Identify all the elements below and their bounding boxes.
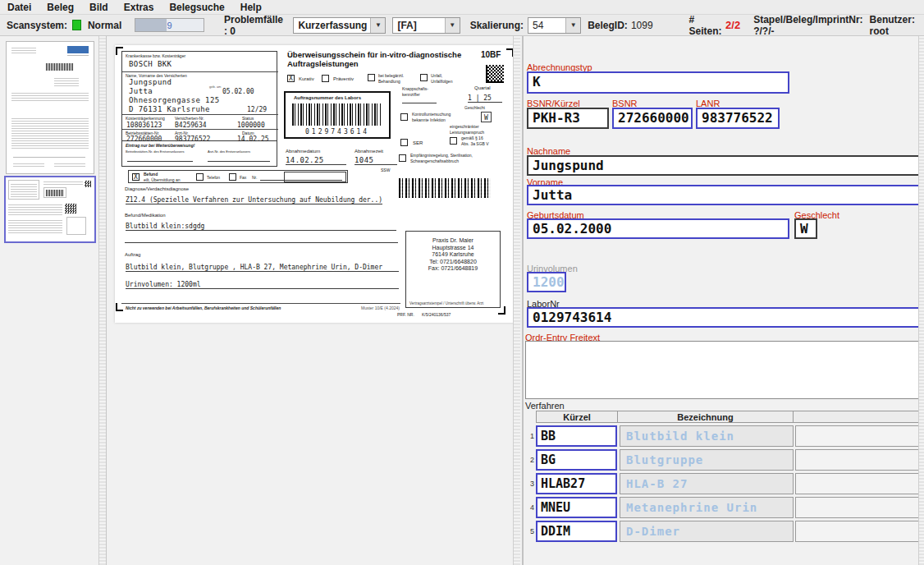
kasse-label: Krankenkasse bzw. Kostenträger [126,53,185,58]
panel-scrollbar[interactable] [918,36,924,565]
kontrolle-label-2: bekannte Infektion [412,117,446,122]
abnahmedatum-value: 14.02.25 [286,156,346,165]
empfaengnis-label-2: Schwangerschaftsabbruch [410,158,459,163]
versicherten-label: Versicherten-Nr. [175,116,204,121]
page-thumbnail-2-selected[interactable] [4,176,96,243]
kurativ-label: Kurativ [299,76,314,81]
kuerzel-cell[interactable]: BB [536,425,617,447]
checkbox-praeventiv [322,75,329,82]
extra-cell [795,473,918,494]
scan-progress-value: 9 [135,19,204,31]
menu-belegsuche[interactable]: Belegsuche [169,2,224,13]
thumbnail-text-block [8,204,62,215]
kasse-value: BOSCH BKK [129,60,172,68]
thumbnail-paragraph [11,93,89,101]
header-extra [794,411,918,422]
menu-bild[interactable]: Bild [89,2,108,13]
befund-medikation-label: Befund/Medikation [125,213,166,218]
status-label: Status [242,116,254,121]
praeventiv-label: Präventiv [333,76,354,81]
befund-label: Befund [144,172,158,177]
bezeichnung-cell: Blutgruppe [620,449,794,471]
quartal-value: 1 | 25 [468,94,502,103]
labornr-input[interactable]: 0129743614 [527,307,918,328]
patient-box: Krankenkasse bzw. Kostenträger BOSCH BKK… [121,51,277,141]
vorname-input[interactable]: Jutta [527,185,918,205]
bezeichnung-cell: Metanephrine Urin [620,497,794,518]
form-type-dropdown-button[interactable]: ▼ [445,18,460,33]
eingeschraenkt-label-2: Leistungsanspruch [450,130,484,135]
row-number: 2 [525,449,536,471]
kostentraeger-value: 108036123 [126,122,162,129]
bsnr-input[interactable]: 272660000 [612,108,693,129]
scaling-select[interactable]: 54 ▼ [528,17,581,34]
kuerzel-cell[interactable]: BG [536,449,617,471]
unfall-label-1: Unfall, [431,73,442,78]
checkbox-kurativ: X [287,75,295,82]
row-number: 1 [525,425,536,447]
thumbnail-panel [0,36,107,565]
capture-mode-dropdown-button[interactable]: ▼ [370,18,385,33]
fax-label: Fax [240,175,246,180]
menu-beleg[interactable]: Beleg [47,2,74,13]
capture-mode-select[interactable]: Kurzerfassung ▼ [293,17,386,34]
dropdown-arrow-icon: ▼ [375,21,382,29]
page-thumbnail-1[interactable] [6,41,94,174]
telefon-label: Telefon [207,175,220,180]
divider [122,114,278,115]
kuerzel-cell[interactable]: HLAB27 [536,473,617,494]
stamp-text: Praxis Dr. Maier Hauptstrasse 14 76149 K… [406,237,500,273]
diagnose-label: Diagnose/Verdachtsdiagnose [125,186,189,191]
ort-value: D 76131 Karlsruhe [129,105,210,113]
thumbnail-scrollbar[interactable] [98,36,106,565]
gemaess-label-1: gemäß § 16 [461,136,483,140]
scan-mode-label: Normal [88,20,121,31]
menu-extras[interactable]: Extras [124,2,154,13]
menu-help[interactable]: Help [240,2,262,13]
thumbnail-logo [67,46,89,53]
scaling-dropdown-button[interactable]: ▼ [565,18,580,33]
form-type-select[interactable]: [FA] ▼ [392,17,460,34]
nr-label: Nr. [252,175,257,180]
lanr-input[interactable]: 983776522 [696,108,780,129]
pages-value: 2/2 [725,19,740,31]
menu-datei[interactable]: Datei [7,2,31,13]
thumbnail-stamp-box [66,217,86,235]
geschlecht-input[interactable]: W [794,218,817,239]
capture-mode-value: Kurzerfassung [294,18,370,33]
geb-datum-value: 05.02.00 [222,88,254,95]
erstveranlasser-arzt-label: Arzt-Nr. des Erstveranlassers [208,149,250,154]
thumbnail-address-block [54,76,79,86]
blank-line [402,103,437,103]
abrechnungstyp-input[interactable]: K [527,71,789,94]
thumbnail-line [67,55,89,56]
auftragsnummer-box: Auftragsnummer des Labors 0129743614 [284,91,391,139]
verfahren-row: 4 MNEU Metanephrine Urin [525,497,918,518]
bsnr-kuerzel-input[interactable]: PKH-R3 [527,108,609,129]
unfall-label-2: Unfallfolgen [431,79,452,84]
row-number: 5 [525,521,536,542]
thumbnail-patient-box [8,180,39,200]
thumbnail-title [43,180,83,185]
checkbox-fax [229,173,236,181]
geschlecht-box: W [481,112,492,122]
document-scrollbar[interactable] [513,36,520,565]
erstveranlasser-bsnr-label: Betriebsstätten-Nr. des Erstveranlassers [126,149,185,154]
nachname-input[interactable]: Jungspund [527,155,918,176]
prf-label: PRF. NR. [397,312,414,317]
thumbnail-qr [65,204,76,214]
thumbnail-barcode [46,190,64,196]
scan-status-indicator [72,20,81,30]
ordrentry-textarea[interactable] [525,341,918,399]
extra-cell [795,425,918,447]
thumbnail-text-block [8,220,62,233]
verfahren-row: 5 DDIM D-Dimer [525,521,918,542]
kuerzel-cell[interactable]: DDIM [536,521,617,542]
bezeichnung-cell: Blutbild klein [620,425,794,447]
geburtsdatum-input[interactable]: 05.02.2000 [527,218,789,239]
divider [121,303,400,304]
form-code: 10BF [481,50,501,59]
dropdown-arrow-icon: ▼ [570,21,577,29]
stapel-label: Stapel/Beleg/ImprintNr: ?/?/- [753,14,862,37]
kuerzel-cell[interactable]: MNEU [536,497,617,518]
